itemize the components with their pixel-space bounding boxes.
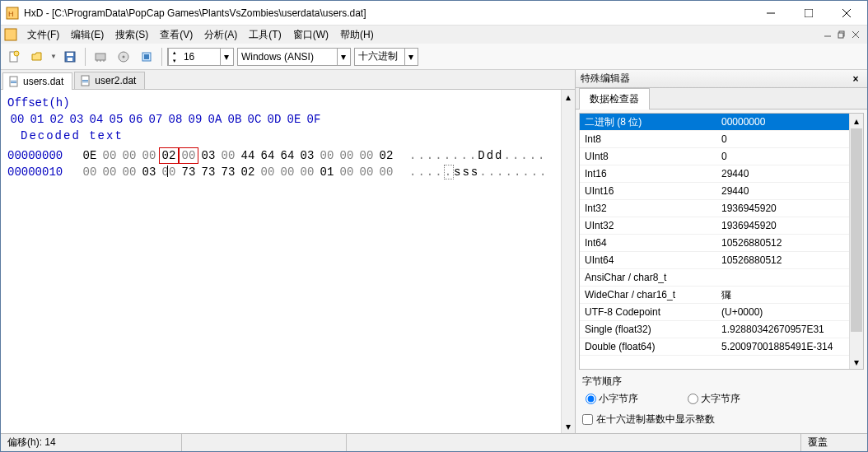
hex-byte[interactable]: 0E xyxy=(80,147,100,164)
big-endian-radio[interactable]: 大字节序 xyxy=(688,392,740,406)
show-int-hex-checkbox[interactable]: 在十六进制基数中显示整数 xyxy=(579,409,864,430)
radix-input[interactable] xyxy=(355,51,404,63)
dropdown-icon[interactable]: ▾ xyxy=(337,49,350,65)
hex-byte[interactable]: 00 xyxy=(376,164,396,180)
separator xyxy=(85,48,86,66)
inspector-row[interactable]: UInt1629440 xyxy=(580,183,849,200)
hex-byte[interactable]: 00 xyxy=(119,164,139,180)
file-tab-label: users.dat xyxy=(23,76,63,87)
hex-byte[interactable]: 00 xyxy=(159,164,179,180)
hex-byte[interactable]: 64 xyxy=(278,147,297,164)
dropdown-icon[interactable]: ▾ xyxy=(404,49,418,65)
hex-byte[interactable]: 73 xyxy=(198,164,218,180)
mdi-minimize-button[interactable] xyxy=(821,28,834,41)
hex-row[interactable]: 000000000E000000020003004464640300000002… xyxy=(7,147,554,164)
openram-button[interactable] xyxy=(91,47,110,67)
hex-byte[interactable]: 64 xyxy=(258,147,278,164)
scroll-down-icon[interactable]: ▾ xyxy=(562,419,575,433)
dropdown-icon[interactable]: ▼ xyxy=(50,53,57,60)
mdi-close-button[interactable] xyxy=(849,28,862,41)
open-button[interactable] xyxy=(27,47,47,67)
menu-help[interactable]: 帮助(H) xyxy=(335,26,379,44)
menu-analysis[interactable]: 分析(A) xyxy=(199,26,242,44)
hex-byte[interactable]: 00 xyxy=(80,164,100,180)
inspector-row[interactable]: UInt6410526880512 xyxy=(580,252,849,269)
inspector-row[interactable]: UInt321936945920 xyxy=(580,217,849,235)
inspector-row[interactable]: Single (float32)1.92880342670957E31 xyxy=(580,321,849,338)
inspector-row[interactable]: Int321936945920 xyxy=(580,200,849,217)
svg-rect-26 xyxy=(11,81,16,82)
little-endian-radio[interactable]: 小字节序 xyxy=(586,392,638,406)
scroll-thumb[interactable] xyxy=(851,128,862,332)
hex-byte[interactable]: 00 xyxy=(357,147,376,164)
hex-byte[interactable]: 01 xyxy=(317,164,337,180)
inspector-row[interactable]: UTF-8 Codepoint (U+0000) xyxy=(580,304,849,321)
side-close-button[interactable]: × xyxy=(849,72,862,86)
minimize-button[interactable] xyxy=(752,1,790,26)
hex-byte[interactable]: 73 xyxy=(179,164,198,180)
scroll-up-icon[interactable]: ▴ xyxy=(850,114,863,128)
openprocess-button[interactable] xyxy=(137,47,156,67)
bytes-per-row-input[interactable] xyxy=(180,51,220,63)
hex-byte[interactable]: 73 xyxy=(218,164,238,180)
inspector-row[interactable]: WideChar / char16_t玀 xyxy=(580,287,849,304)
encoding-input[interactable] xyxy=(238,51,337,63)
menu-search[interactable]: 搜索(S) xyxy=(110,26,153,44)
scroll-down-icon[interactable]: ▾ xyxy=(850,355,863,369)
hex-byte[interactable]: 02 xyxy=(238,164,258,180)
menu-file[interactable]: 文件(F) xyxy=(22,26,64,44)
hex-byte[interactable]: 00 xyxy=(317,147,337,164)
tab-data-inspector[interactable]: 数据检查器 xyxy=(579,88,650,110)
hex-byte[interactable]: 00 xyxy=(337,164,357,180)
inspector-row[interactable]: Int6410526880512 xyxy=(580,235,849,252)
bytes-per-row-combo[interactable]: ▴▾ ▾ xyxy=(167,48,234,66)
vertical-scrollbar[interactable]: ▴ ▾ xyxy=(849,114,863,369)
hex-byte[interactable]: 03 xyxy=(297,147,317,164)
hex-byte[interactable]: 00 xyxy=(218,147,238,164)
hex-byte[interactable]: 00 xyxy=(258,164,278,180)
radix-combo[interactable]: ▾ xyxy=(354,48,418,66)
inspector-value: (U+0000) xyxy=(718,306,849,318)
inspector-row[interactable]: AnsiChar / char8_t xyxy=(580,269,849,287)
inspector-row[interactable]: UInt80 xyxy=(580,148,849,165)
hex-byte[interactable]: 00 xyxy=(179,147,198,164)
inspector-value: 10526880512 xyxy=(718,254,849,266)
opendisk-button[interactable] xyxy=(114,47,133,67)
scroll-thumb[interactable] xyxy=(562,104,575,419)
save-button[interactable] xyxy=(60,47,80,67)
new-button[interactable] xyxy=(4,47,24,67)
inspector-row[interactable]: Double (float64)5.20097001885491E-314 xyxy=(580,338,849,356)
hex-byte[interactable]: 00 xyxy=(100,164,119,180)
maximize-button[interactable] xyxy=(790,1,828,26)
hex-byte[interactable]: 00 xyxy=(119,147,139,164)
hex-byte[interactable]: 00 xyxy=(357,164,376,180)
inspector-row[interactable]: Int1629440 xyxy=(580,165,849,183)
hex-byte[interactable]: 03 xyxy=(139,164,159,180)
menu-window[interactable]: 窗口(W) xyxy=(288,26,334,44)
hex-byte[interactable]: 00 xyxy=(297,164,317,180)
hex-byte[interactable]: 03 xyxy=(198,147,218,164)
hex-byte[interactable]: 02 xyxy=(159,147,179,164)
hex-row[interactable]: 0000001000000003007373730200000001000000… xyxy=(7,164,554,180)
menu-edit[interactable]: 编辑(E) xyxy=(66,26,109,44)
menu-view[interactable]: 查看(V) xyxy=(155,26,198,44)
dropdown-icon[interactable]: ▾ xyxy=(220,49,233,65)
file-tab[interactable]: users.dat xyxy=(2,72,72,90)
hex-byte[interactable]: 02 xyxy=(376,147,396,164)
inspector-row[interactable]: Int80 xyxy=(580,131,849,148)
mdi-restore-button[interactable] xyxy=(835,28,848,41)
menu-tools[interactable]: 工具(T) xyxy=(244,26,286,44)
inspector-row[interactable]: 二进制 (8 位)00000000 xyxy=(580,114,849,131)
hex-content[interactable]: Offset(h)000102030405060708090A0B0C0D0E0… xyxy=(1,90,561,433)
close-button[interactable] xyxy=(828,1,866,26)
encoding-combo[interactable]: ▾ xyxy=(237,48,351,66)
vertical-scrollbar[interactable]: ▴ ▾ xyxy=(561,90,575,433)
scroll-up-icon[interactable]: ▴ xyxy=(562,90,575,104)
hex-byte[interactable]: 00 xyxy=(278,164,297,180)
file-tab[interactable]: user2.dat xyxy=(74,72,145,89)
hex-byte[interactable]: 00 xyxy=(139,147,159,164)
hex-byte[interactable]: 00 xyxy=(337,147,357,164)
hex-byte[interactable]: 00 xyxy=(100,147,119,164)
hex-byte[interactable]: 44 xyxy=(238,147,258,164)
spinner[interactable]: ▴▾ xyxy=(168,49,180,65)
